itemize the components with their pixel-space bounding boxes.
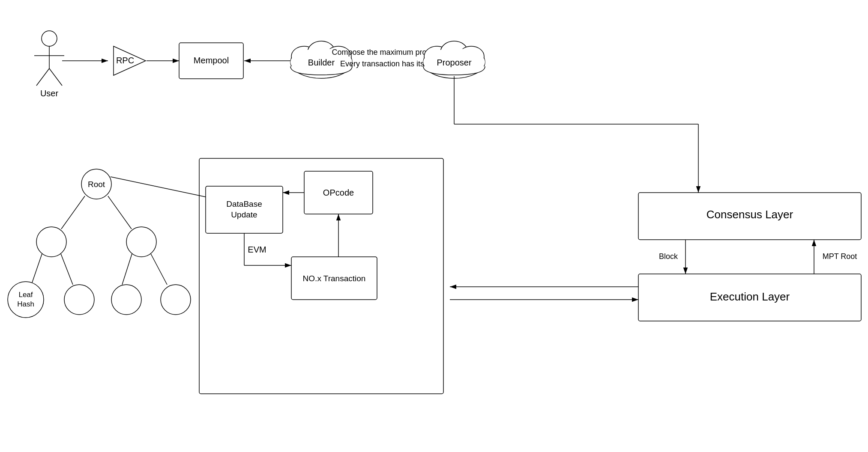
- right-to-rl-line: [122, 254, 132, 285]
- user-label: User: [40, 89, 59, 98]
- tree-left-child: [36, 227, 66, 257]
- block-label: Block: [659, 252, 678, 261]
- left-to-lr-line: [61, 254, 73, 285]
- rpc-label: RPC: [116, 56, 134, 65]
- root-to-right-line: [108, 196, 132, 229]
- root-to-db-line: [111, 177, 206, 197]
- notx-label: NO.x Transaction: [303, 274, 366, 283]
- leaf-hash-label-line2: Hash: [17, 300, 34, 308]
- tree-rl-grandchild: [111, 285, 141, 315]
- right-to-rr-line: [151, 254, 167, 285]
- proposer-label: Proposer: [437, 58, 471, 67]
- database-label-line1: DataBase: [226, 199, 262, 208]
- database-update-node: [206, 186, 283, 233]
- database-label-line2: Update: [231, 210, 257, 219]
- builder-label: Builder: [308, 58, 335, 67]
- user-right-leg-icon: [49, 68, 62, 86]
- tree-lr-grandchild: [64, 285, 94, 315]
- consensus-layer-label: Consensus Layer: [706, 208, 793, 221]
- tree-rr-grandchild: [161, 285, 191, 315]
- mpt-root-label: MPT Root: [823, 252, 857, 261]
- leaf-hash-label-line1: Leaf: [18, 291, 33, 299]
- user-head-icon: [42, 31, 57, 46]
- root-to-left-line: [61, 196, 85, 229]
- tree-right-child: [126, 227, 156, 257]
- left-to-ll-line: [32, 254, 42, 282]
- tree-root-label: Root: [88, 180, 105, 189]
- tree-ll-grandchild: [8, 282, 44, 318]
- execution-layer-label: Execution Layer: [710, 290, 790, 303]
- opcode-label: OPcode: [323, 188, 354, 197]
- evm-label: EVM: [248, 245, 266, 254]
- user-left-leg-icon: [36, 68, 49, 86]
- mempool-label: Mempool: [194, 56, 229, 65]
